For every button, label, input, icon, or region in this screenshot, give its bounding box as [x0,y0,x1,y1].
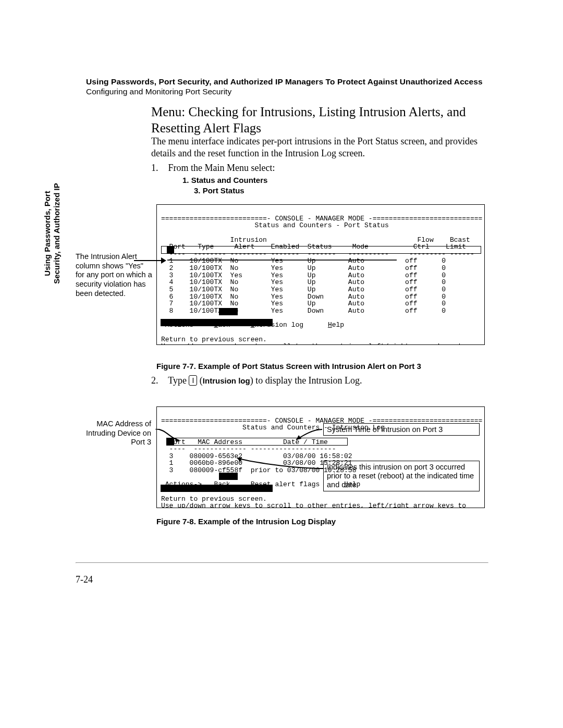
intro-paragraph: The menu interface indicates per-port in… [151,135,490,159]
menu-path: 1. Status and Counters 3. Port Status [182,175,267,196]
callout-prior-to-reset: Indicates this intrusion on port 3 occur… [323,461,480,491]
step-2-bold: Intrusion log [203,376,250,385]
side-tab: Using Passwords, Port Security, and Auth… [43,181,62,286]
figure-7-8-caption: Figure 7-8. Example of the Intrusion Log… [156,517,336,526]
step-1: 1. From the Main Menu select: [151,163,485,174]
callout-mac-address: MAC Address of Intruding Device on Port … [83,419,151,447]
header-subtitle: Configuring and Monitoring Port Security [86,87,487,96]
callout-intrusion-alert: The Intrusion Alert column shows "Yes" f… [76,252,154,298]
step-1-text: From the Main Menu select: [168,163,275,173]
arrow-prior-to-row-icon [231,456,323,474]
console1-hint1: Use up/down arrow keys to scroll to othe… [161,342,466,345]
console1-return-inverse [161,319,273,326]
console1-row-8: 8 10/100TX No Yes Down Auto off 0 [161,307,446,315]
side-tab-l2: Security, and Authorized IP [52,181,62,286]
keycap-i: I [189,375,197,386]
arrow-time-to-row-icon [291,426,322,442]
section-heading: Menu: Checking for Intrusions, Listing I… [151,104,485,136]
console1-row3-underline [167,260,397,261]
console1-row1-highlight-box [161,246,481,254]
menu-path-l2: 3. Port Status [182,186,267,196]
console1-port1-inverse [167,246,174,253]
callout-system-time: System Time of Intrusion on Port 3 [323,423,480,436]
console2-hint1: Use up/down arrow keys to scroll to othe… [161,502,466,508]
header-title: Using Passwords, Port Security, and Auth… [86,77,487,87]
step-2: 2. Type I (Intrusion log) to display the… [151,375,485,386]
running-header: Using Passwords, Port Security, and Auth… [86,77,487,96]
console1-back-inverse [219,308,238,315]
step-2-text-post: ) to display the Intrusion Log. [250,375,362,386]
page-number: 7-24 [76,574,93,585]
footer-rule [76,562,488,563]
figure-7-7-caption: Figure 7-7. Example of Port Status Scree… [156,362,421,371]
console2-return-inverse [161,485,273,492]
arrow-to-row3-icon [134,260,165,261]
step-1-number: 1. [151,163,166,174]
step-2-text-pre: Type [168,375,189,386]
arrow-mac-to-row-icon [155,429,183,445]
console2-back-inverse [219,473,238,480]
menu-path-l1: 1. Status and Counters [182,176,267,184]
page-root: Using Passwords, Port Security, and Auth… [0,0,563,728]
console1-banner2: Status and Counters - Port Status [161,221,389,229]
side-tab-l1: Using Passwords, Port [43,181,52,286]
step-2-number: 2. [151,375,166,386]
